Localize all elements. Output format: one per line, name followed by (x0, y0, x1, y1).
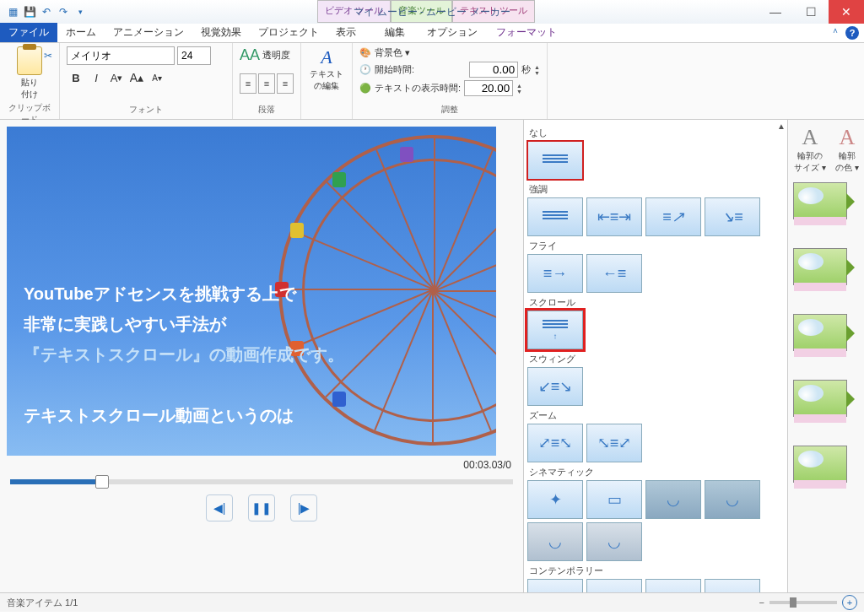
timecode-display: 00:03.03/0 (7, 456, 516, 474)
bgcolor-icon: 🎨 (359, 47, 371, 58)
tab-view[interactable]: 表示 (327, 23, 364, 42)
italic-button[interactable]: I (87, 68, 105, 87)
bold-button[interactable]: B (67, 68, 85, 87)
effects-scroll-up-icon[interactable]: ▲ (777, 122, 786, 131)
effect-cat-swing: スウィング (529, 353, 782, 365)
effect-item[interactable]: ↙≡↘ (527, 367, 583, 406)
preview-pane: YouTubeアドセンスを挑戦する上で 非常に実践しやすい手法が 『テキストスク… (0, 120, 523, 592)
scrub-handle[interactable] (95, 475, 109, 489)
effect-item[interactable]: ▭ (586, 480, 642, 519)
tab-animation[interactable]: アニメーション (105, 23, 192, 42)
font-color-button[interactable]: A▾ (107, 68, 126, 87)
zoom-out-button[interactable]: − (759, 597, 764, 608)
titlebar: ▦ 💾 ↶ ↷ ▾ ビデオ ツール 音楽ツール テキスト ツール マイ ムービー… (0, 0, 864, 24)
align-right-button[interactable]: ≡ (277, 73, 294, 94)
effect-item[interactable]: ◡ (645, 480, 701, 519)
effect-cat-fly: フライ (529, 240, 782, 252)
duration-input[interactable] (464, 80, 513, 96)
window-title: マイ ムービー - ムービー メーカー (354, 5, 510, 19)
scrub-progress (10, 479, 100, 484)
scrub-bar[interactable] (10, 479, 513, 484)
effect-item[interactable]: ⤡≡⤢ (586, 424, 642, 462)
align-left-button[interactable]: ≡ (240, 73, 256, 94)
zoom-in-button[interactable]: + (842, 595, 857, 610)
save-icon[interactable]: 💾 (22, 4, 37, 19)
overlay-line-2: 非常に実践しやすい手法が (24, 309, 344, 339)
text-edit-icon: A (308, 46, 345, 68)
effect-item[interactable]: ≡↗ (645, 197, 701, 236)
effect-item[interactable]: ⇤≡⇥ (586, 197, 642, 236)
tab-home[interactable]: ホーム (57, 23, 105, 42)
effect-item[interactable]: ≡→ (527, 254, 583, 293)
effect-item[interactable]: ◡ (527, 522, 583, 561)
duration-icon: 🟢 (359, 83, 371, 94)
effect-item[interactable]: ✦ (527, 480, 583, 519)
outline-color-button[interactable]: A輪郭 の色 ▾ (835, 125, 859, 174)
overlay-line-1: YouTubeアドセンスを挑戦する上で (24, 278, 344, 309)
effects-panel[interactable]: なし 強調 ⇤≡⇥≡↗↘≡ フライ ≡→←≡ スクロール ↑ スウィング ↙≡↘… (523, 120, 787, 592)
minimize-button[interactable]: — (758, 0, 793, 24)
playback-controls: ◀| ❚❚ |▶ (7, 494, 516, 521)
prev-frame-button[interactable]: ◀| (206, 494, 233, 521)
alignment-buttons: ≡ ≡ ≡ (240, 73, 294, 94)
collapse-ribbon-icon[interactable]: ＾ (830, 25, 840, 40)
paste-label: 貼り 付け (21, 77, 38, 100)
video-preview: YouTubeアドセンスを挑戦する上で 非常に実践しやすい手法が 『テキストスク… (7, 127, 496, 456)
bgcolor-button[interactable]: 背景色 ▾ (375, 46, 410, 59)
help-button[interactable]: ? (845, 26, 859, 40)
timeline-clip[interactable] (793, 380, 847, 417)
redo-icon[interactable]: ↷ (56, 4, 71, 19)
undo-icon[interactable]: ↶ (39, 4, 54, 19)
effect-none[interactable] (527, 141, 583, 180)
align-center-button[interactable]: ≡ (258, 73, 275, 94)
main-area: YouTubeアドセンスを挑戦する上で 非常に実践しやすい手法が 『テキストスク… (0, 120, 864, 592)
start-time-input[interactable] (469, 62, 518, 78)
effect-item[interactable]: ◡ (705, 480, 760, 519)
timeline-clip[interactable] (793, 446, 847, 483)
qat-icon[interactable]: ▦ (5, 4, 20, 19)
tab-audio-options[interactable]: オプション (418, 23, 486, 42)
clipboard-icon (17, 46, 42, 75)
duration-spinner[interactable]: ▲▼ (516, 83, 522, 95)
close-button[interactable]: ✕ (829, 0, 864, 24)
start-time-spinner[interactable]: ▲▼ (534, 64, 540, 76)
effect-cat-cinematic: シネマティック (529, 466, 782, 478)
timeline-clip[interactable] (793, 182, 847, 219)
timeline-clip[interactable] (793, 314, 847, 351)
format-buttons: B I A▾ A▴ A▾ (67, 68, 225, 87)
effect-item[interactable]: ⤢≡⤡ (527, 424, 583, 462)
grow-font-button[interactable]: A▴ (127, 68, 146, 87)
overlay-line-3: 『テキストスクロール』の動画作成です。 (24, 339, 344, 370)
qat-dropdown-icon[interactable]: ▾ (73, 4, 88, 19)
outline-size-button[interactable]: A輪郭の サイズ ▾ (793, 125, 827, 174)
effect-scroll-selected[interactable]: ↑ (527, 311, 583, 349)
duration-label: テキストの表示時間: (375, 82, 461, 95)
tab-text-format[interactable]: フォーマット (488, 23, 565, 42)
font-size-input[interactable] (177, 46, 211, 65)
text-outline-props: A輪郭の サイズ ▾ A輪郭 の色 ▾ (793, 125, 859, 174)
effect-item[interactable]: ≡← (645, 579, 701, 592)
status-bar: 音楽アイテム 1/1 − + (0, 592, 864, 612)
effect-item[interactable]: ≡ (705, 579, 760, 592)
pause-button[interactable]: ❚❚ (248, 494, 275, 521)
tab-visual[interactable]: 視覚効果 (192, 23, 250, 42)
effect-item[interactable]: ←≡ (586, 254, 642, 293)
effect-item[interactable]: ◡ (586, 522, 642, 561)
effect-item[interactable]: ≡ (586, 579, 642, 592)
tab-video-edit[interactable]: 編集 (376, 23, 413, 42)
tab-project[interactable]: プロジェクト (250, 23, 327, 42)
effect-item[interactable]: ↓≡ (527, 579, 583, 592)
tab-file[interactable]: ファイル (0, 23, 57, 42)
quick-access-toolbar: ▦ 💾 ↶ ↷ ▾ (0, 4, 88, 19)
text-edit-button[interactable]: テキスト の編集 (308, 68, 345, 92)
transparency-label[interactable]: 透明度 (262, 49, 290, 62)
font-name-input[interactable] (67, 46, 175, 65)
maximize-button[interactable]: ☐ (793, 0, 829, 24)
cut-icon[interactable] (40, 48, 56, 63)
effect-item[interactable]: ↘≡ (705, 197, 760, 236)
effect-item[interactable] (527, 197, 583, 236)
next-frame-button[interactable]: |▶ (290, 494, 317, 521)
shrink-font-button[interactable]: A▾ (148, 68, 166, 87)
timeline-clip[interactable] (793, 248, 847, 285)
zoom-slider[interactable] (770, 601, 837, 604)
